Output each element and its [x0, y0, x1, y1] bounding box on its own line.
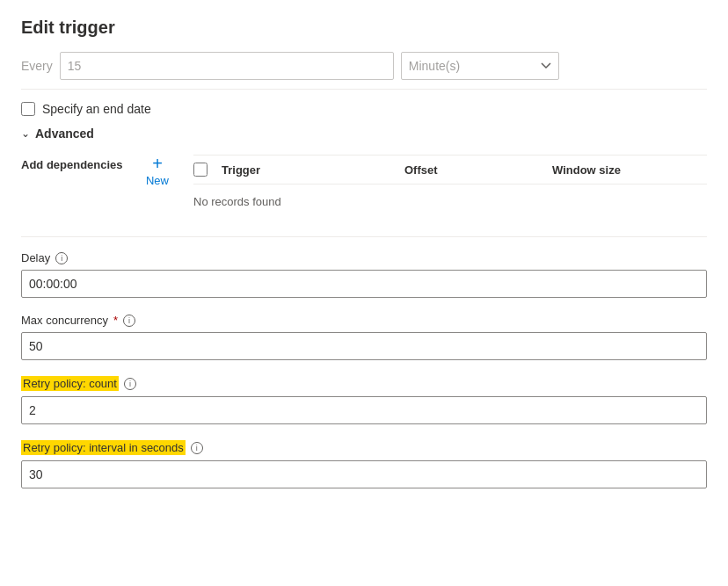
advanced-label: Advanced	[35, 127, 94, 141]
every-input[interactable]	[60, 52, 394, 80]
end-date-row: Specify an end date	[21, 102, 707, 116]
col-offset-header: Offset	[404, 163, 545, 177]
delay-info-icon: i	[55, 252, 68, 264]
max-concurrency-info-icon: i	[123, 315, 135, 327]
chevron-down-icon: ⌄	[21, 127, 30, 140]
dependencies-row: Add dependencies + New Trigger Offset Wi…	[21, 155, 707, 219]
end-date-label: Specify an end date	[42, 102, 151, 116]
table-select-all-checkbox[interactable]	[193, 163, 207, 177]
new-label: New	[146, 174, 169, 187]
retry-count-input[interactable]	[21, 396, 707, 424]
add-dependencies-label: Add dependencies	[21, 155, 135, 171]
dependencies-table: Trigger Offset Window size No records fo…	[193, 155, 707, 219]
max-concurrency-label-row: Max concurrency * i	[21, 314, 707, 327]
max-concurrency-input[interactable]	[21, 332, 707, 360]
delay-label-row: Delay i	[21, 251, 707, 264]
end-date-checkbox[interactable]	[21, 102, 35, 116]
retry-interval-section: Retry policy: interval in seconds i	[21, 440, 707, 488]
table-header: Trigger Offset Window size	[193, 156, 707, 184]
retry-count-info-icon: i	[124, 378, 136, 390]
delay-label: Delay	[21, 251, 50, 264]
required-star: *	[113, 314, 118, 327]
retry-interval-label-row: Retry policy: interval in seconds i	[21, 440, 707, 455]
col-window-header: Window size	[552, 163, 707, 177]
max-concurrency-label: Max concurrency	[21, 314, 108, 327]
every-row: Every Minute(s) Hour(s) Day(s) Week(s) M…	[21, 52, 707, 90]
retry-count-label-row: Retry policy: count i	[21, 376, 707, 391]
delay-input[interactable]	[21, 270, 707, 298]
section-divider	[21, 236, 707, 237]
advanced-header[interactable]: ⌄ Advanced	[21, 127, 707, 141]
retry-interval-input[interactable]	[21, 460, 707, 488]
no-records-text: No records found	[193, 184, 707, 219]
every-label: Every	[21, 59, 53, 73]
retry-interval-label: Retry policy: interval in seconds	[21, 440, 186, 455]
delay-section: Delay i	[21, 251, 707, 298]
every-select[interactable]: Minute(s) Hour(s) Day(s) Week(s) Month(s…	[401, 52, 559, 80]
new-button[interactable]: + New	[135, 155, 179, 187]
page-title: Edit trigger	[21, 18, 707, 38]
retry-interval-info-icon: i	[191, 442, 203, 454]
advanced-section: ⌄ Advanced Add dependencies + New Trigge…	[21, 127, 707, 219]
new-plus-icon: +	[152, 155, 163, 172]
retry-count-section: Retry policy: count i	[21, 376, 707, 424]
col-trigger-header: Trigger	[222, 163, 397, 177]
retry-count-label: Retry policy: count	[21, 376, 119, 391]
max-concurrency-section: Max concurrency * i	[21, 314, 707, 360]
